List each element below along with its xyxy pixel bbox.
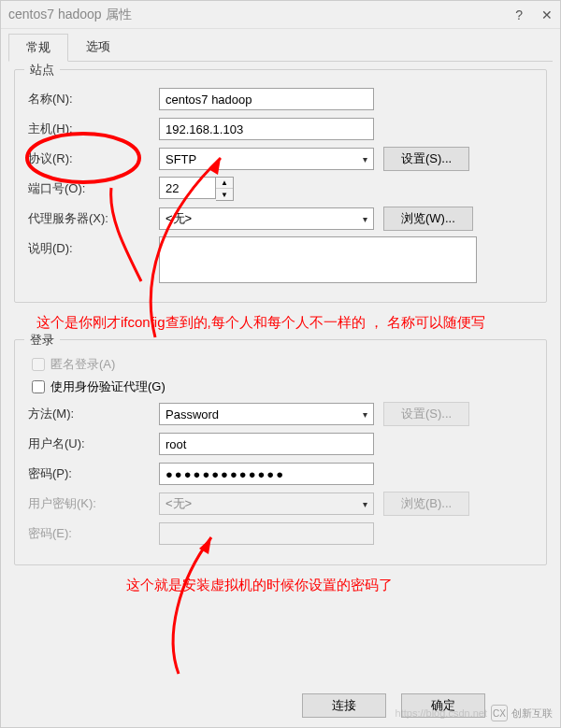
chevron-down-icon: ▾	[363, 154, 367, 164]
titlebar: centos7 hadoop 属性 ? ✕	[1, 1, 560, 29]
anon-checkbox-row: 匿名登录(A)	[28, 355, 533, 374]
port-up-icon[interactable]: ▲	[216, 178, 233, 189]
username-input[interactable]	[159, 433, 374, 455]
host-annotation: 这个是你刚才ifconfig查到的,每个人和每个人不一样的 ， 名称可以随便写	[36, 312, 547, 332]
chevron-down-icon: ▾	[363, 214, 367, 224]
password-annotation: 这个就是安装虚拟机的时候你设置的密码了	[126, 575, 547, 594]
tab-general[interactable]: 常规	[8, 34, 68, 62]
name-label: 名称(N):	[28, 91, 159, 107]
protocol-settings-button[interactable]: 设置(S)...	[383, 147, 469, 171]
host-label: 主机(H):	[28, 121, 159, 137]
chevron-down-icon: ▾	[363, 409, 367, 420]
desc-label: 说明(D):	[28, 236, 159, 257]
protocol-label: 协议(R):	[28, 150, 159, 167]
site-group-title: 站点	[24, 62, 60, 79]
userkey-combo: <无> ▾	[159, 492, 374, 515]
close-icon[interactable]: ✕	[541, 7, 553, 22]
login-group: 登录 匿名登录(A) 使用身份验证代理(G) 方法(M): Password ▾…	[14, 339, 547, 565]
auth-agent-checkbox[interactable]	[32, 380, 45, 393]
watermark-brand: 创新互联	[511, 707, 553, 721]
watermark: https://blog.csdn.net CX 创新互联	[396, 705, 553, 721]
watermark-logo-icon: CX	[491, 705, 508, 721]
password-input[interactable]	[159, 463, 374, 485]
proxy-value: <无>	[165, 210, 192, 227]
username-label: 用户名(U):	[28, 435, 159, 452]
auth-agent-checkbox-row[interactable]: 使用身份验证代理(G)	[28, 378, 533, 396]
connect-button[interactable]: 连接	[302, 693, 386, 718]
password-label: 密码(P):	[28, 465, 159, 482]
host-input[interactable]	[159, 118, 374, 140]
userkey-value: <无>	[165, 495, 192, 512]
proxy-combo[interactable]: <无> ▾	[159, 207, 374, 230]
tab-strip: 常规 选项	[1, 29, 560, 61]
port-stepper[interactable]: ▲ ▼	[159, 177, 234, 201]
port-down-icon[interactable]: ▼	[216, 189, 233, 200]
method-value: Password	[165, 407, 219, 421]
protocol-value: SFTP	[165, 152, 196, 166]
passphrase-input	[159, 522, 374, 545]
help-icon[interactable]: ?	[515, 7, 523, 22]
port-input[interactable]	[159, 177, 216, 199]
method-settings-button: 设置(S)...	[383, 402, 469, 426]
name-input[interactable]	[159, 88, 374, 110]
tab-options[interactable]: 选项	[68, 33, 128, 61]
method-label: 方法(M):	[28, 406, 159, 422]
userkey-label: 用户密钥(K):	[28, 495, 159, 512]
anon-checkbox	[32, 358, 45, 371]
userkey-browse-button: 浏览(B)...	[383, 492, 469, 516]
dialog-window: centos7 hadoop 属性 ? ✕ 常规 选项 站点 名称(N): 主机…	[0, 0, 561, 728]
watermark-url: https://blog.csdn.net	[396, 707, 487, 719]
protocol-combo[interactable]: SFTP ▾	[159, 148, 374, 170]
window-title: centos7 hadoop 属性	[8, 7, 515, 23]
method-combo[interactable]: Password ▾	[159, 403, 374, 425]
site-group: 站点 名称(N): 主机(H): 协议(R): SFTP ▾ 设置(S)...	[14, 69, 547, 303]
auth-agent-label: 使用身份验证代理(G)	[50, 378, 165, 395]
desc-textarea[interactable]	[159, 236, 477, 283]
port-label: 端口号(O):	[28, 180, 159, 197]
chevron-down-icon: ▾	[363, 499, 367, 509]
login-group-title: 登录	[24, 332, 60, 349]
passphrase-label: 密码(E):	[28, 525, 159, 542]
anon-label: 匿名登录(A)	[50, 356, 115, 373]
proxy-browse-button[interactable]: 浏览(W)...	[383, 207, 473, 231]
proxy-label: 代理服务器(X):	[28, 210, 159, 227]
